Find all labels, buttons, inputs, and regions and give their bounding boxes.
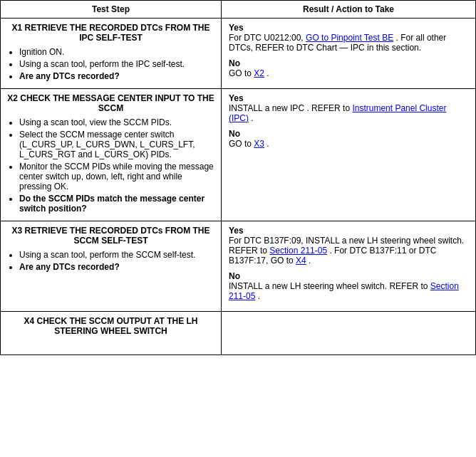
list-item: Using a scan tool, view the SCCM PIDs.: [19, 117, 215, 127]
step-cell-x2: X2 CHECK THE MESSAGE CENTER INPUT TO THE…: [1, 89, 222, 221]
step-list-x3: Using a scan tool, perform the SCCM self…: [6, 250, 215, 272]
result-text: INSTALL a new IPC . REFER to: [229, 103, 352, 113]
result-cell-x1: YesFor DTC U0212:00, GO to Pinpoint Test…: [222, 19, 475, 88]
table-row: X3 RETRIEVE THE RECORDED DTCs FROM THE S…: [1, 221, 475, 312]
header-result-action: Result / Action to Take: [222, 1, 475, 18]
result-text: .: [249, 113, 254, 123]
answer-label: Yes: [229, 23, 244, 33]
result-text: .: [264, 68, 269, 78]
list-item: Ignition ON.: [19, 47, 215, 57]
list-item: Monitor the SCCM PIDs while moving the m…: [19, 162, 215, 191]
answer-label: Yes: [229, 93, 244, 103]
table-body: X1 RETRIEVE THE RECORDED DTCs FROM THE I…: [1, 19, 475, 354]
result-text: .: [306, 256, 311, 266]
list-item: Do the SCCM PIDs match the message cente…: [19, 194, 215, 214]
result-text: .: [255, 291, 260, 301]
result-text: For DTC U0212:00,: [229, 33, 306, 43]
answer-block: NoGO to X2 .: [229, 58, 468, 78]
result-text: GO to: [229, 139, 254, 149]
step-title-x3: X3 RETRIEVE THE RECORDED DTCs FROM THE S…: [6, 226, 215, 246]
answer-block: NoGO to X3 .: [229, 129, 468, 149]
diagnostic-table: Test Step Result / Action to Take X1 RET…: [0, 0, 476, 355]
table-row: X1 RETRIEVE THE RECORDED DTCs FROM THE I…: [1, 19, 475, 89]
table-header: Test Step Result / Action to Take: [1, 1, 475, 19]
list-item: Select the SCCM message center switch (L…: [19, 130, 215, 159]
header-test-step: Test Step: [1, 1, 222, 18]
link[interactable]: Section 211-05: [269, 246, 327, 256]
answer-block: YesFor DTC U0212:00, GO to Pinpoint Test…: [229, 23, 468, 53]
step-cell-x3: X3 RETRIEVE THE RECORDED DTCs FROM THE S…: [1, 221, 222, 311]
result-text: INSTALL a new LH steering wheel switch. …: [229, 281, 430, 291]
step-cell-x1: X1 RETRIEVE THE RECORDED DTCs FROM THE I…: [1, 19, 222, 88]
result-text: .: [264, 139, 269, 149]
result-cell-x3: YesFor DTC B137F:09, INSTALL a new LH st…: [222, 221, 475, 311]
result-cell-x4: [222, 312, 475, 354]
link[interactable]: X4: [296, 256, 306, 266]
answer-label: No: [229, 58, 240, 68]
table-row: X4 CHECK THE SCCM OUTPUT AT THE LH STEER…: [1, 312, 475, 354]
answer-block: NoINSTALL a new LH steering wheel switch…: [229, 271, 468, 301]
answer-label: Yes: [229, 226, 244, 236]
step-list-x2: Using a scan tool, view the SCCM PIDs.Se…: [6, 117, 215, 214]
result-text: GO to: [229, 68, 254, 78]
step-title-x4: X4 CHECK THE SCCM OUTPUT AT THE LH STEER…: [6, 316, 215, 336]
step-cell-x4: X4 CHECK THE SCCM OUTPUT AT THE LH STEER…: [1, 312, 222, 354]
list-item: Using a scan tool, perform the IPC self-…: [19, 59, 215, 69]
step-list-x1: Ignition ON.Using a scan tool, perform t…: [6, 47, 215, 81]
list-item: Are any DTCs recorded?: [19, 262, 215, 272]
step-title-x1: X1 RETRIEVE THE RECORDED DTCs FROM THE I…: [6, 23, 215, 43]
link[interactable]: X2: [254, 68, 264, 78]
table-row: X2 CHECK THE MESSAGE CENTER INPUT TO THE…: [1, 89, 475, 221]
result-cell-x2: YesINSTALL a new IPC . REFER to Instrume…: [222, 89, 475, 221]
answer-label: No: [229, 129, 240, 139]
list-item: Are any DTCs recorded?: [19, 71, 215, 81]
answer-block: YesINSTALL a new IPC . REFER to Instrume…: [229, 93, 468, 123]
step-title-x2: X2 CHECK THE MESSAGE CENTER INPUT TO THE…: [6, 93, 215, 113]
answer-label: No: [229, 271, 240, 281]
answer-block: YesFor DTC B137F:09, INSTALL a new LH st…: [229, 226, 468, 266]
link[interactable]: GO to Pinpoint Test BE: [306, 33, 393, 43]
list-item: Using a scan tool, perform the SCCM self…: [19, 250, 215, 260]
link[interactable]: X3: [254, 139, 264, 149]
